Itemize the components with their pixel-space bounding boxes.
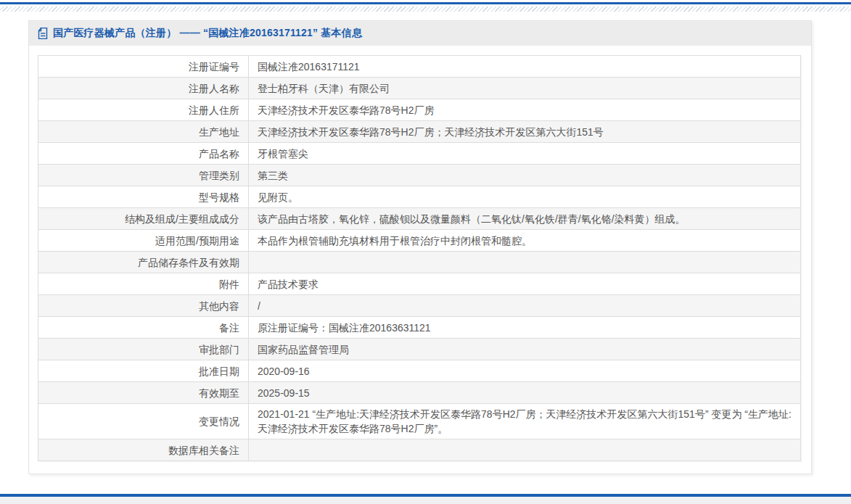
table-row: 数据库相关备注 bbox=[38, 439, 801, 461]
row-value: 天津经济技术开发区泰华路78号H2厂房 bbox=[249, 99, 801, 121]
row-value: 国械注准20163171121 bbox=[249, 56, 801, 78]
info-table-body: 注册证编号国械注准20163171121注册人名称登士柏牙科（天津）有限公司注册… bbox=[38, 56, 801, 461]
document-icon bbox=[38, 28, 48, 39]
row-label: 批准日期 bbox=[38, 360, 249, 382]
row-label: 产品储存条件及有效期 bbox=[38, 252, 249, 273]
row-value: 登士柏牙科（天津）有限公司 bbox=[249, 78, 801, 99]
row-value: 原注册证编号：国械注准20163631121 bbox=[249, 317, 801, 339]
table-row: 附件产品技术要求 bbox=[38, 273, 801, 295]
table-row: 产品名称牙根管塞尖 bbox=[38, 143, 801, 165]
table-row: 备注原注册证编号：国械注准20163631121 bbox=[38, 317, 801, 339]
row-value: 天津经济技术开发区泰华路78号H2厂房；天津经济技术开发区第六大街151号 bbox=[249, 121, 801, 143]
row-label: 注册人名称 bbox=[38, 78, 249, 99]
row-value: 牙根管塞尖 bbox=[249, 143, 801, 165]
row-value: 2025-09-15 bbox=[249, 382, 801, 404]
table-row: 管理类别第三类 bbox=[38, 165, 801, 186]
row-value bbox=[249, 439, 801, 461]
table-row: 注册人名称登士柏牙科（天津）有限公司 bbox=[38, 78, 801, 99]
row-label: 注册证编号 bbox=[38, 56, 249, 78]
info-panel: 国产医疗器械产品（注册） —— “国械注准20163171121” 基本信息 注… bbox=[28, 20, 812, 474]
page-title: 国产医疗器械产品（注册） —— “国械注准20163171121” 基本信息 bbox=[53, 27, 362, 40]
row-value: 本品作为根管辅助充填材料用于根管治疗中封闭根管和髓腔。 bbox=[249, 230, 801, 252]
row-value: 产品技术要求 bbox=[249, 273, 801, 295]
row-label: 注册人住所 bbox=[38, 99, 249, 121]
top-accent-line bbox=[0, 2, 851, 4]
row-value: 第三类 bbox=[249, 165, 801, 186]
registration-info-table: 注册证编号国械注准20163171121注册人名称登士柏牙科（天津）有限公司注册… bbox=[38, 55, 801, 461]
row-label: 附件 bbox=[38, 273, 249, 295]
table-row: 产品储存条件及有效期 bbox=[38, 252, 801, 273]
row-value: 2021-01-21 “生产地址:天津经济技术开发区泰华路78号H2厂房；天津经… bbox=[249, 404, 801, 439]
table-row: 型号规格见附页。 bbox=[38, 186, 801, 208]
row-label: 结构及组成/主要组成成分 bbox=[38, 208, 249, 230]
table-row: 批准日期2020-09-16 bbox=[38, 360, 801, 382]
row-label: 管理类别 bbox=[38, 165, 249, 186]
footer-strip bbox=[0, 497, 851, 504]
table-row: 有效期至2025-09-15 bbox=[38, 382, 801, 404]
table-row: 注册证编号国械注准20163171121 bbox=[38, 56, 801, 78]
table-row: 审批部门国家药品监督管理局 bbox=[38, 339, 801, 360]
table-row: 注册人住所天津经济技术开发区泰华路78号H2厂房 bbox=[38, 99, 801, 121]
table-row: 适用范围/预期用途本品作为根管辅助充填材料用于根管治疗中封闭根管和髓腔。 bbox=[38, 230, 801, 252]
row-label: 数据库相关备注 bbox=[38, 439, 249, 461]
row-label: 生产地址 bbox=[38, 121, 249, 143]
row-label: 有效期至 bbox=[38, 382, 249, 404]
row-label: 型号规格 bbox=[38, 186, 249, 208]
row-value bbox=[249, 252, 801, 273]
table-row: 变更情况2021-01-21 “生产地址:天津经济技术开发区泰华路78号H2厂房… bbox=[38, 404, 801, 439]
table-row: 结构及组成/主要组成成分该产品由古塔胶，氧化锌，硫酸钡以及微量颜料（二氧化钛/氧… bbox=[38, 208, 801, 230]
row-label: 变更情况 bbox=[38, 404, 249, 439]
panel-header: 国产医疗器械产品（注册） —— “国械注准20163171121” 基本信息 bbox=[29, 21, 811, 46]
panel-body: 注册证编号国械注准20163171121注册人名称登士柏牙科（天津）有限公司注册… bbox=[29, 46, 811, 470]
row-value: / bbox=[249, 295, 801, 317]
row-label: 审批部门 bbox=[38, 339, 249, 360]
row-value: 该产品由古塔胶，氧化锌，硫酸钡以及微量颜料（二氧化钛/氧化铁/群青/氧化铬/染料… bbox=[249, 208, 801, 230]
table-row: 生产地址天津经济技术开发区泰华路78号H2厂房；天津经济技术开发区第六大街151… bbox=[38, 121, 801, 143]
row-label: 产品名称 bbox=[38, 143, 249, 165]
diagonal-stripe-band bbox=[0, 7, 851, 12]
row-value: 国家药品监督管理局 bbox=[249, 339, 801, 360]
row-value: 见附页。 bbox=[249, 186, 801, 208]
row-label: 适用范围/预期用途 bbox=[38, 230, 249, 252]
row-value: 2020-09-16 bbox=[249, 360, 801, 382]
row-label: 其他内容 bbox=[38, 295, 249, 317]
table-row: 其他内容/ bbox=[38, 295, 801, 317]
row-label: 备注 bbox=[38, 317, 249, 339]
